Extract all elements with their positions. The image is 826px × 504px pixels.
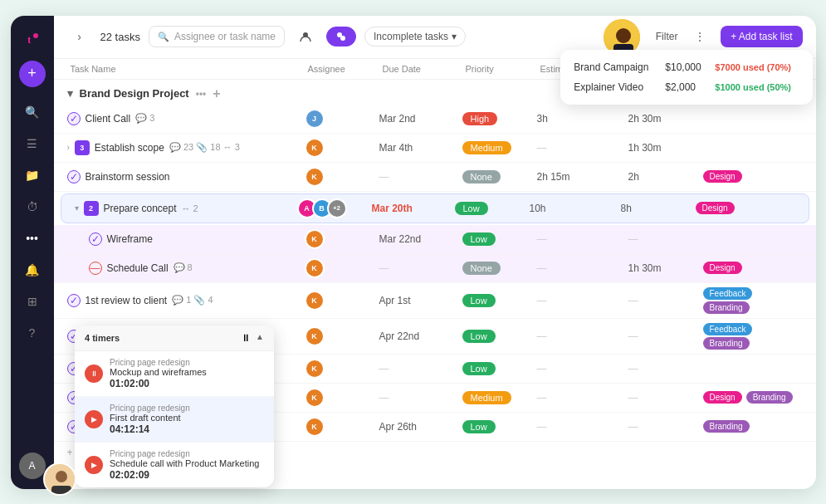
sidebar-item-bell[interactable]: 🔔 xyxy=(19,257,46,283)
more-options-button[interactable]: ⋮ xyxy=(687,24,712,49)
task-priority: Medium xyxy=(462,391,537,404)
table-row: ✓ Brainstorm session K — None 2h 15m 2h … xyxy=(54,163,816,192)
task-name: Establish scope xyxy=(95,142,164,154)
col-priority: Priority xyxy=(462,64,537,74)
task-assignee: J xyxy=(305,109,379,129)
table-row: ✓ 1st review to client 💬 1 📎 4 K Apr 1st… xyxy=(54,283,816,319)
timer-time: 01:02:00 xyxy=(110,378,264,389)
table-row-highlighted: ▾ 2 Prepare concept ↔ 2 A B +2 Mar 20th … xyxy=(61,193,809,223)
sub-count-badge[interactable]: 2 xyxy=(84,201,99,216)
sidebar-item-more[interactable]: ••• xyxy=(19,225,46,252)
sidebar-item-grid[interactable]: ⊞ xyxy=(19,288,46,315)
tag-design: Design xyxy=(696,202,735,214)
expand-icon[interactable]: › xyxy=(67,143,70,152)
bell-icon: 🔔 xyxy=(25,263,39,276)
task-checkbox[interactable]: ✓ xyxy=(67,294,81,307)
folder-icon: 📁 xyxy=(25,169,39,182)
task-actual-time: 1h 30m xyxy=(628,262,703,274)
budget-brand-amount: $10,000 xyxy=(665,61,706,73)
task-tags: Design xyxy=(703,170,803,183)
tag-feedback: Feedback xyxy=(703,323,753,335)
budget-explainer-amount: $2,000 xyxy=(665,81,706,93)
task-assignee: K xyxy=(305,167,379,187)
timer-item: ▶ Pricing page redesign First draft cont… xyxy=(75,397,274,443)
budget-item-brand: Brand Campaign $10,000 $7000 used (70%) xyxy=(574,61,799,73)
priority-badge: High xyxy=(462,112,498,125)
sidebar-item-clock[interactable]: ⏱ xyxy=(19,193,46,220)
user-avatar-sidebar[interactable]: A xyxy=(19,453,46,479)
sidebar-add-button[interactable]: + xyxy=(19,61,46,87)
filter-icon: Filter xyxy=(656,31,678,42)
task-actual-time: 2h 30m xyxy=(628,113,703,125)
table-row: — Schedule Call 💬 8 K — None — 1h 30m De… xyxy=(54,254,816,283)
task-due-date: — xyxy=(379,392,462,404)
task-meta: 💬 1 📎 4 xyxy=(172,295,213,306)
status-filter-button[interactable]: Incomplete tasks ▾ xyxy=(364,27,466,46)
avatar-extra: +2 xyxy=(327,198,347,218)
task-name-cell: — Schedule Call 💬 8 xyxy=(67,262,305,275)
timer-panel-container: 4 timers ⏸ ▲ ⏸ Pricing page redesign Moc… xyxy=(54,325,250,487)
avatar: K xyxy=(305,229,325,249)
sidebar-item-help[interactable]: ? xyxy=(19,320,46,346)
priority-badge: Low xyxy=(462,294,496,307)
budget-explainer-used: $1000 used (50%) xyxy=(715,82,791,92)
task-checkbox[interactable]: — xyxy=(89,262,102,275)
project-name: Brand Design Project xyxy=(80,87,189,100)
task-name: Brainstorm session xyxy=(86,171,170,183)
group-options-icon[interactable]: ••• xyxy=(196,88,207,100)
task-actual-time: — xyxy=(628,295,703,306)
timer-pause-icon[interactable]: ⏸ xyxy=(241,332,251,344)
sub-count-badge[interactable]: 3 xyxy=(75,140,90,155)
task-checkbox[interactable]: ✓ xyxy=(67,170,81,183)
timer-collapse-icon[interactable]: ▲ xyxy=(256,332,264,344)
task-priority: Low xyxy=(462,420,537,433)
budget-item-explainer: Explainer Video $2,000 $1000 used (50%) xyxy=(574,81,799,93)
sidebar-item-search[interactable]: 🔍 xyxy=(19,99,46,125)
plus-icon: + xyxy=(27,65,37,82)
task-checkbox[interactable]: ✓ xyxy=(67,112,81,125)
timer-item-content: Pricing page redesign First draft conten… xyxy=(110,404,264,435)
expand-icon[interactable]: ▾ xyxy=(75,203,79,213)
task-assignee: K xyxy=(305,359,379,379)
timer-controls: ⏸ ▲ xyxy=(241,332,264,344)
sidebar-item-list[interactable]: ☰ xyxy=(19,130,46,157)
timer-play-pause-button[interactable]: ⏸ xyxy=(85,365,103,383)
svg-point-2 xyxy=(33,33,38,38)
task-est-time: — xyxy=(537,421,628,433)
filter-button[interactable]: Filter xyxy=(654,24,679,49)
task-name-cell: ✓ Wireframe xyxy=(67,232,305,246)
chevron-right-icon: › xyxy=(77,30,81,43)
task-name-cell: › 3 Establish scope 💬 23 📎 18 ↔ 3 xyxy=(67,140,305,155)
timer-item: ⏸ Pricing page redesign Mockup and wiref… xyxy=(75,351,274,397)
task-actual-time: — xyxy=(628,363,703,374)
task-est-time: — xyxy=(537,262,628,274)
timer-play-button[interactable]: ▶ xyxy=(85,410,103,428)
search-bar[interactable]: 🔍 Assignee or task name xyxy=(149,26,285,47)
task-priority: None xyxy=(462,170,537,183)
col-assignee: Assignee xyxy=(305,64,379,74)
search-icon: 🔍 xyxy=(158,32,169,42)
svg-rect-11 xyxy=(54,486,72,489)
svg-point-10 xyxy=(56,471,67,482)
add-task-list-button[interactable]: + Add task list xyxy=(721,26,802,47)
priority-badge: Low xyxy=(462,330,496,343)
expand-sidebar-button[interactable]: › xyxy=(67,24,92,49)
task-actual-time: 1h 30m xyxy=(628,142,703,154)
task-est-time: 2h 15m xyxy=(537,171,628,183)
budget-brand-label: Brand Campaign xyxy=(574,61,657,73)
task-due-date: Mar 2nd xyxy=(379,113,462,125)
group-chevron-icon[interactable]: ▾ xyxy=(67,87,73,100)
timer-play-button[interactable]: ▶ xyxy=(85,456,103,474)
task-checkbox[interactable]: ✓ xyxy=(89,232,102,246)
sidebar-item-folder[interactable]: 📁 xyxy=(19,162,46,188)
group-filter-button[interactable] xyxy=(326,27,356,46)
timer-user-avatar[interactable] xyxy=(54,462,77,489)
task-meta: ↔ 2 xyxy=(182,203,198,213)
assignee-filter-button[interactable] xyxy=(293,24,318,49)
task-priority: None xyxy=(462,262,537,275)
task-name: Prepare concept xyxy=(104,203,177,214)
pause-icon: ⏸ xyxy=(90,369,98,378)
group-add-icon[interactable]: + xyxy=(213,86,220,101)
clock-icon: ⏱ xyxy=(27,200,38,213)
avatar: K xyxy=(305,388,325,408)
